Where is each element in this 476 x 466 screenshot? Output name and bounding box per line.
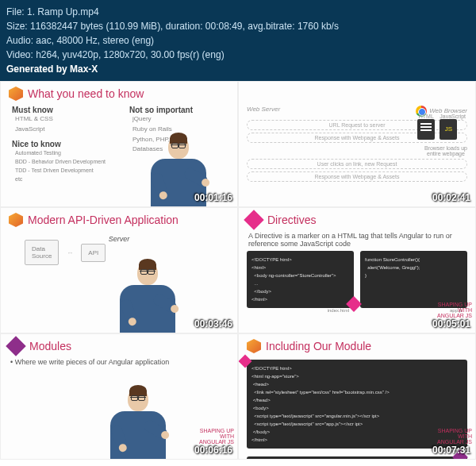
presenter-figure — [120, 261, 175, 333]
thumb-1[interactable]: What you need to know Must know HTML & C… — [0, 81, 238, 207]
timestamp: 00:01:16 — [194, 192, 232, 203]
thumb-6[interactable]: Including Our Module <!DOCTYPE html> <ht… — [238, 333, 476, 460]
web-server-label: Web Server — [247, 106, 280, 117]
must-know-list: HTML & CSS JavaScript — [12, 114, 106, 135]
brand-badge: SHAPING UP WITH ANGULAR JS — [437, 302, 472, 318]
diamond-icon — [346, 296, 362, 312]
code-block-html: <!DOCTYPE html> <html> <body ng-controll… — [247, 251, 354, 308]
presenter-figure — [110, 387, 166, 459]
hex-icon — [9, 87, 23, 101]
slide-title: Directives — [239, 208, 475, 232]
slide-title: Modern API-Driven Application — [1, 208, 237, 232]
thumb-2[interactable]: Web ServerWeb Browser URL Request to ser… — [238, 81, 476, 207]
file-line: File: 1. Ramp Up.mp4 — [6, 5, 470, 19]
description: • Where we write pieces of our Angular a… — [1, 358, 237, 366]
datasource-box: Data Source — [25, 240, 59, 265]
js-icon — [440, 119, 457, 140]
html-icon — [417, 119, 435, 140]
thumb-4[interactable]: Directives A Directive is a marker on a … — [238, 207, 476, 333]
timestamp: 00:02:41 — [432, 192, 470, 203]
flow-row: User clicks on link, new Request — [247, 159, 467, 169]
timestamp: 00:06:16 — [194, 445, 232, 456]
hex-icon — [9, 213, 23, 227]
file-info-header: File: 1. Ramp Up.mp4 Size: 116382447 byt… — [0, 0, 476, 81]
timestamp: 00:03:46 — [194, 318, 232, 329]
flow-row: Response with Webpage & Assets — [247, 171, 467, 182]
note: Browser loads up entire webpage — [424, 145, 467, 156]
nice-header: Nice to know — [12, 140, 106, 148]
slide-title: Including Our Module — [239, 334, 475, 358]
notso-header: Not so important — [129, 106, 193, 114]
size-line: Size: 116382447 bytes (110.99 MiB), dura… — [6, 19, 470, 33]
description: A Directive is a marker on a HTML tag th… — [239, 232, 475, 248]
slide-title: What you need to know — [1, 82, 237, 106]
nice-list: Automated Testing BDD - Behavior Driven … — [12, 148, 106, 184]
timestamp: 00:07:31 — [432, 445, 470, 456]
code-block-js: function StoreController(){ alert('Welco… — [360, 251, 467, 308]
thumb-3[interactable]: Modern API-Driven Application Server Dat… — [0, 207, 238, 333]
must-know-header: Must know — [12, 106, 106, 114]
audio-line: Audio: aac, 48000 Hz, stereo (eng) — [6, 33, 470, 48]
doc-icons: HTML JavaScript — [417, 114, 466, 140]
thumbnail-grid: What you need to know Must know HTML & C… — [0, 81, 476, 460]
generated-line: Generated by Max-X — [6, 62, 470, 76]
code-block-html: <!DOCTYPE html> <html ng-app="store"> <h… — [247, 360, 467, 449]
code-block-js: var app = angular.module('store', [ ]);a… — [247, 456, 467, 460]
brand-badge: SHAPING UP WITH ANGULAR JS — [199, 428, 234, 445]
brand-badge: SHAPING UP WITH ANGULAR JS — [437, 428, 472, 445]
thumb-5[interactable]: Modules • Where we write pieces of our A… — [0, 333, 238, 460]
slide-title: Modules — [1, 334, 237, 358]
timestamp: 00:05:01 — [432, 318, 470, 329]
diamond-icon — [244, 210, 263, 229]
hex-icon — [247, 339, 261, 353]
diamond-icon — [6, 336, 25, 356]
api-box: API — [81, 244, 106, 262]
video-line: Video: h264, yuv420p, 1280x720, 30.00 fp… — [6, 48, 470, 62]
server-diagram: Data Source ↔ API — [25, 240, 106, 265]
